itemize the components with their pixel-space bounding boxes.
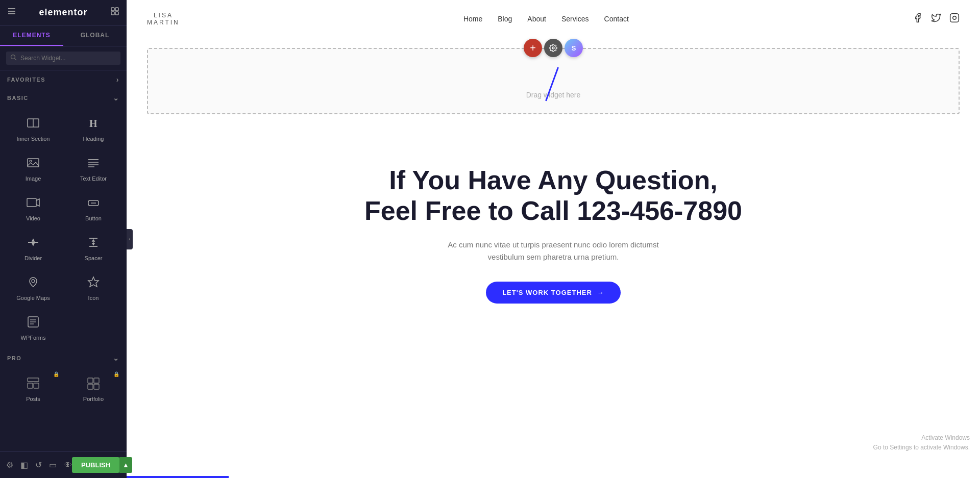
widget-button[interactable]: Button (63, 187, 124, 227)
svg-rect-4 (115, 8, 118, 11)
svg-rect-5 (111, 12, 114, 15)
eye-icon[interactable]: 👁 (64, 461, 72, 470)
pro-button[interactable]: S (565, 39, 583, 57)
twitter-icon[interactable] (931, 13, 941, 26)
nav-link-contact[interactable]: Contact (604, 15, 629, 23)
portfolio-lock-icon: 🔒 (113, 371, 119, 377)
favorites-label: FAVORITES (7, 77, 45, 83)
tab-elements[interactable]: ELEMENTS (0, 26, 63, 46)
nav-link-home[interactable]: Home (463, 15, 482, 23)
button-label: Button (85, 215, 102, 221)
divider-label: Divider (24, 255, 42, 261)
svg-rect-35 (28, 378, 39, 382)
svg-rect-39 (94, 378, 99, 383)
publish-button[interactable]: PUBLISH (72, 457, 119, 473)
elementor-logo: elementor (39, 7, 87, 18)
svg-rect-38 (88, 378, 93, 383)
drop-zone-toolbar: + S (524, 39, 583, 57)
sidebar-tabs: ELEMENTS GLOBAL (0, 26, 127, 46)
favorites-chevron: › (116, 76, 119, 84)
instagram-icon[interactable] (949, 13, 960, 26)
pro-widget-grid: 🔒 Posts 🔒 (0, 367, 127, 410)
preview-nav: LISA MARTIN Home Blog About Services Con… (127, 0, 980, 38)
progress-bar (127, 476, 229, 478)
nav-social (913, 13, 960, 26)
favorites-section-header[interactable]: FAVORITES › (0, 70, 127, 89)
google-maps-icon (26, 273, 40, 291)
svg-point-44 (552, 47, 554, 49)
svg-rect-37 (34, 383, 39, 388)
footer-icons: ⚙ ◧ ↺ ▭ 👁 (6, 460, 72, 470)
drop-zone-text: Drag widget here (526, 91, 581, 99)
spacer-icon (86, 234, 101, 251)
basic-section-header[interactable]: BASIC ⌄ (0, 89, 127, 107)
sidebar: elementor ELEMENTS GLOBAL (0, 0, 127, 478)
layers-icon[interactable]: ◧ (20, 460, 28, 470)
widget-heading[interactable]: H Heading (63, 107, 124, 147)
svg-point-7 (11, 55, 15, 59)
responsive-icon[interactable]: ▭ (49, 460, 57, 470)
hamburger-icon[interactable] (7, 7, 16, 18)
svg-rect-40 (88, 384, 93, 389)
svg-point-29 (32, 280, 35, 283)
svg-marker-23 (32, 243, 34, 245)
pro-label: PRO (7, 355, 21, 361)
widget-text-editor[interactable]: Text Editor (63, 147, 124, 187)
preview-page: LISA MARTIN Home Blog About Services Con… (127, 0, 980, 478)
cta-section: If You Have Any Question, Feel Free to C… (127, 124, 980, 334)
svg-marker-30 (88, 277, 99, 287)
cta-button[interactable]: LET'S WORK TOGETHER → (486, 282, 621, 304)
svg-marker-28 (92, 243, 94, 245)
google-maps-label: Google Maps (16, 295, 50, 301)
widget-divider[interactable]: Divider (3, 227, 63, 266)
main-content: LISA MARTIN Home Blog About Services Con… (127, 0, 980, 478)
widget-inner-section[interactable]: Inner Section (3, 107, 63, 147)
sidebar-collapse-handle[interactable]: ‹ (127, 229, 133, 249)
posts-lock-icon: 🔒 (53, 371, 59, 377)
facebook-icon[interactable] (913, 13, 923, 26)
drop-zone-section[interactable]: + S Drag widget here (147, 48, 960, 114)
portfolio-icon (86, 374, 101, 392)
widget-icon[interactable]: Icon (63, 266, 124, 306)
inner-section-label: Inner Section (17, 136, 50, 142)
posts-label: Posts (26, 396, 40, 402)
basic-label: BASIC (7, 95, 29, 101)
nav-logo-line1: LISA (147, 12, 180, 19)
cta-title-line2: Feel Free to Call 123-456-7890 (364, 196, 742, 225)
pro-section-header[interactable]: PRO ⌄ (0, 349, 127, 367)
svg-rect-3 (111, 8, 114, 11)
nav-link-blog[interactable]: Blog (498, 15, 512, 23)
history-icon[interactable]: ↺ (35, 460, 42, 470)
cta-title-line1: If You Have Any Question, (389, 165, 717, 195)
video-label: Video (26, 215, 40, 221)
edit-section-button[interactable] (544, 39, 562, 57)
svg-rect-12 (28, 159, 39, 167)
search-input[interactable] (6, 52, 120, 65)
settings-icon[interactable]: ⚙ (6, 460, 13, 470)
nav-link-services[interactable]: Services (561, 15, 589, 23)
video-icon (26, 194, 40, 211)
widget-wpforms[interactable]: WPForms (3, 306, 63, 346)
publish-dropdown-button[interactable]: ▲ (119, 457, 132, 473)
widget-spacer[interactable]: Spacer (63, 227, 124, 266)
basic-widget-grid: Inner Section H Heading (0, 107, 127, 349)
svg-marker-22 (32, 239, 34, 241)
widget-video[interactable]: Video (3, 187, 63, 227)
grid-icon[interactable] (110, 7, 119, 18)
tab-global[interactable]: GLOBAL (63, 26, 127, 46)
widget-image[interactable]: Image (3, 147, 63, 187)
icon-label: Icon (88, 295, 99, 301)
widget-portfolio[interactable]: 🔒 Portfolio (63, 367, 124, 407)
nav-logo-line2: MARTIN (147, 19, 180, 26)
widget-posts[interactable]: 🔒 Posts (3, 367, 63, 407)
text-editor-icon (86, 154, 101, 171)
wpforms-icon (26, 313, 40, 331)
search-area (0, 46, 127, 70)
nav-link-about[interactable]: About (527, 15, 546, 23)
add-widget-button[interactable]: + (524, 39, 542, 57)
spacer-label: Spacer (85, 255, 103, 261)
sidebar-header: elementor (0, 0, 127, 26)
cta-subtitle: Ac cum nunc vitae ut turpis praesent nun… (147, 239, 960, 263)
widget-google-maps[interactable]: Google Maps (3, 266, 63, 306)
cta-button-label: LET'S WORK TOGETHER (502, 289, 592, 296)
